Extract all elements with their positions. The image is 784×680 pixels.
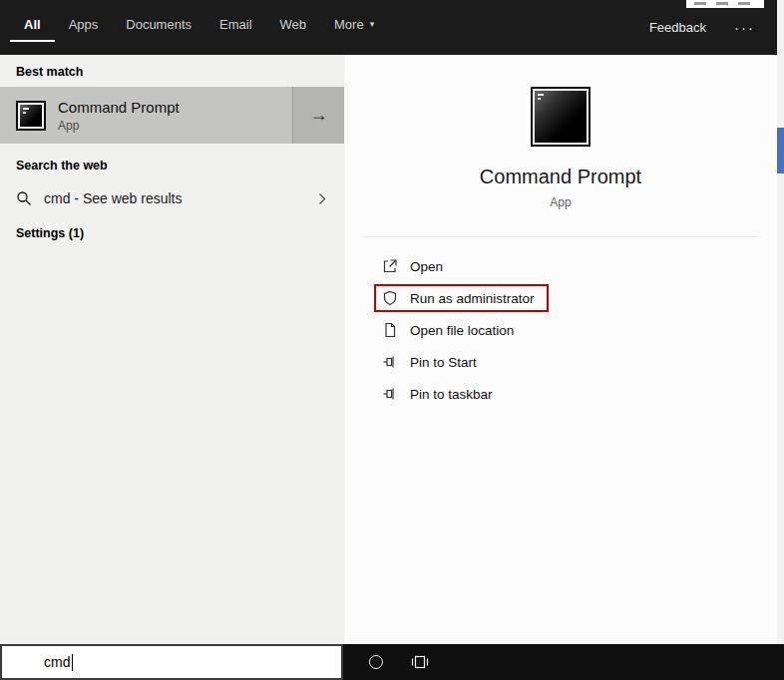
tab-email-label: Email [219,17,252,32]
expand-result-button[interactable]: → [292,87,344,144]
tab-web[interactable]: Web [266,8,321,42]
open-icon [382,258,398,274]
filter-tabs: All Apps Documents Email Web More ▾ [0,0,388,55]
tab-apps[interactable]: Apps [55,8,113,42]
search-web-header: Search the web [16,159,108,172]
web-suggestion-item[interactable]: cmd - See web results [0,180,344,216]
search-filter-bar: All Apps Documents Email Web More ▾ Feed… [0,0,777,55]
topbar-right: Feedback ··· [649,0,777,55]
web-suggestion-text: cmd - See web results [44,190,183,206]
tab-web-label: Web [280,17,307,32]
task-view-button[interactable] [405,644,435,680]
app-title: Command Prompt [344,166,777,188]
pin-icon [382,354,398,370]
tab-documents[interactable]: Documents [112,8,205,42]
start-search-screen: All Apps Documents Email Web More ▾ Feed… [0,0,784,680]
app-icon-wrap [531,87,590,147]
action-open-file-location[interactable]: Open file location [374,314,528,346]
best-match-result[interactable]: Command Prompt App → [0,87,344,144]
background-window-scrollbar [777,128,784,173]
web-suggestion-query: cmd [44,190,70,206]
taskbar-buttons [343,644,784,680]
action-run-as-administrator-label: Run as administrator [410,291,535,306]
pin-icon [382,386,398,402]
tab-documents-label: Documents [126,17,192,32]
taskbar: cmd [0,644,784,680]
background-window-edge [777,0,784,644]
action-pin-to-start-label: Pin to Start [410,355,477,370]
action-open[interactable]: Open [374,250,457,282]
more-options-icon[interactable]: ··· [734,19,755,36]
right-arrow-icon: → [310,105,328,126]
action-run-as-administrator[interactable]: Run as administrator [374,284,549,312]
file-location-icon [382,322,398,338]
best-match-title: Command Prompt [58,99,180,116]
taskbar-search-value: cmd [44,654,70,670]
web-suggestion-hint: - See web results [70,190,182,206]
action-pin-to-taskbar-label: Pin to taskbar [410,387,493,402]
tab-more-label: More [334,17,364,32]
best-match-text: Command Prompt App [58,99,180,133]
tab-email[interactable]: Email [205,8,266,42]
action-open-label: Open [410,259,443,274]
app-subtitle: App [344,195,777,209]
tab-all-label: All [24,17,41,32]
chevron-right-icon [318,192,326,205]
tab-apps-label: Apps [69,17,99,32]
cortana-icon [369,655,383,669]
feedback-button[interactable]: Feedback [649,20,706,35]
text-caret [72,654,73,671]
preview-panel: Command Prompt App Open Run as administr… [344,55,777,644]
action-list: Open Run as administrator Open file loca… [374,250,549,410]
divider [362,236,759,237]
settings-group-header: Settings (1) [16,226,84,240]
taskbar-search-input[interactable]: cmd [0,644,343,680]
background-window-fragment [686,0,764,8]
action-open-file-location-label: Open file location [410,323,514,338]
action-pin-to-taskbar[interactable]: Pin to taskbar [374,378,507,410]
command-prompt-icon [16,101,46,131]
command-prompt-icon-large [531,87,590,147]
tab-all[interactable]: All [10,8,55,42]
search-icon [16,190,32,206]
task-view-icon [410,654,430,670]
shield-icon [382,290,398,306]
cortana-button[interactable] [361,644,391,680]
best-match-header: Best match [16,65,83,79]
chevron-down-icon: ▾ [370,19,375,29]
action-pin-to-start[interactable]: Pin to Start [374,346,491,378]
tab-more[interactable]: More ▾ [320,8,388,42]
results-panel: Best match Command Prompt App → Search t… [0,55,344,644]
best-match-subtitle: App [58,119,180,133]
